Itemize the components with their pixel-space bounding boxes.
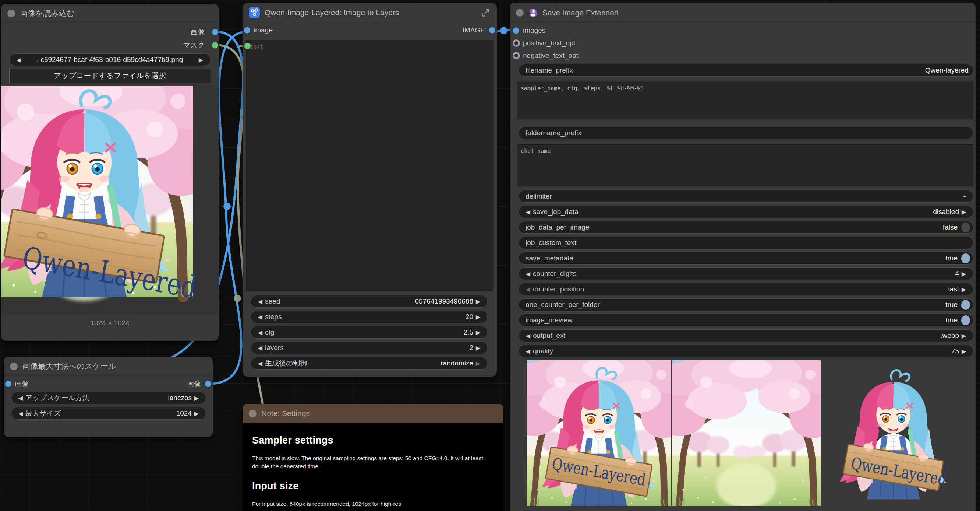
decrement-arrow-icon[interactable] bbox=[523, 270, 533, 278]
node-title: 画像最大寸法へのスケール bbox=[22, 361, 116, 371]
decrement-arrow-icon[interactable] bbox=[255, 345, 265, 351]
prompt-textarea[interactable] bbox=[246, 40, 493, 291]
node-load-image[interactable]: 画像を読み込む 画像 マスク . c5924677-bcaf-4f63-b016… bbox=[1, 4, 219, 341]
negative-text-input-port[interactable] bbox=[512, 52, 520, 59]
node-title: Qwen-Image-Layered: Image to Layers bbox=[265, 8, 399, 17]
widget-label: seed bbox=[265, 297, 280, 305]
preview-composite-image[interactable]: Qwen-Layered bbox=[527, 360, 671, 506]
widget-value: true bbox=[945, 301, 958, 309]
widget-label: save_metadata bbox=[525, 254, 573, 262]
counter-position-widget[interactable]: counter_position last bbox=[519, 283, 974, 295]
image-output-port[interactable] bbox=[205, 381, 211, 387]
max-size-widget[interactable]: 最大サイズ 1024 bbox=[11, 407, 206, 420]
widget-value: 20 bbox=[466, 313, 473, 321]
decrement-arrow-icon[interactable] bbox=[255, 298, 265, 305]
node-editor-canvas[interactable]: 画像を読み込む 画像 マスク . c5924677-bcaf-4f63-b016… bbox=[0, 0, 980, 511]
decrement-arrow-icon[interactable] bbox=[523, 332, 533, 339]
upload-file-button[interactable]: アップロードするファイルを選択 bbox=[9, 69, 210, 83]
wire-midpoint-dot[interactable] bbox=[223, 203, 231, 210]
expand-icon[interactable] bbox=[480, 8, 490, 18]
increment-arrow-icon[interactable] bbox=[473, 298, 483, 305]
job-custom-text-widget[interactable]: job_custom_text bbox=[519, 236, 974, 249]
node-qwen-image-layered[interactable]: Qwen-Image-Layered: Image to Layers imag… bbox=[242, 3, 497, 377]
input-label: 画像 bbox=[15, 379, 29, 389]
node-scale-to-max[interactable]: 画像最大寸法へのスケール 画像 画像 アップスケール方法 lanczos 最大サ… bbox=[4, 357, 213, 437]
increment-arrow-icon[interactable] bbox=[473, 345, 483, 351]
node-note-settings[interactable]: Note: Settings Sampler settings This mod… bbox=[242, 404, 503, 511]
mask-output-port[interactable] bbox=[212, 42, 218, 49]
decrement-arrow-icon[interactable] bbox=[16, 410, 25, 417]
image-input-port[interactable] bbox=[5, 381, 11, 387]
node-load-image-header[interactable]: 画像を読み込む bbox=[1, 4, 219, 23]
loaded-image-preview[interactable]: Qwen-Layered bbox=[1, 86, 219, 315]
toggle-knob[interactable] bbox=[961, 222, 970, 233]
upscale-method-widget[interactable]: アップスケール方法 lanczos bbox=[11, 392, 206, 404]
node-scale-header[interactable]: 画像最大寸法へのスケール bbox=[4, 357, 213, 376]
preview-foreground-layer[interactable]: Qwen-Layered bbox=[830, 360, 967, 506]
cfg-widget[interactable]: cfg 2.5 bbox=[251, 326, 488, 339]
node-note-header[interactable]: Note: Settings bbox=[242, 404, 503, 423]
preview-background-layer[interactable] bbox=[672, 360, 821, 506]
save-metadata-toggle[interactable]: save_metadata true bbox=[519, 252, 974, 265]
image-output-port[interactable] bbox=[212, 29, 218, 35]
increment-arrow-icon[interactable] bbox=[473, 360, 483, 367]
output-label: マスク bbox=[183, 40, 205, 50]
foldername-keys-textarea[interactable]: ckpt_name bbox=[517, 144, 974, 187]
toggle-knob[interactable] bbox=[961, 300, 970, 310]
increment-arrow-icon[interactable] bbox=[192, 394, 201, 402]
combo-value: . c5924677-bcaf-4f63-b016-d59cd4a477b9.p… bbox=[37, 56, 183, 64]
decrement-arrow-icon[interactable] bbox=[255, 360, 265, 367]
toggle-knob[interactable] bbox=[961, 315, 970, 325]
filename-prefix-widget[interactable]: filename_prefix Qwen-layered bbox=[519, 64, 974, 77]
collapse-dot[interactable] bbox=[516, 9, 524, 17]
positive-text-input-port[interactable] bbox=[512, 40, 520, 47]
steps-widget[interactable]: steps 20 bbox=[251, 311, 488, 323]
control-after-generate-widget[interactable]: 生成後の制御 randomize bbox=[251, 357, 488, 369]
image-input-port[interactable] bbox=[244, 27, 250, 34]
node-qwen-header[interactable]: Qwen-Image-Layered: Image to Layers bbox=[242, 3, 497, 22]
decrement-arrow-icon[interactable] bbox=[523, 348, 533, 355]
foldername-prefix-widget[interactable]: foldername_prefix bbox=[519, 127, 974, 139]
quality-widget[interactable]: quality 75 bbox=[519, 345, 974, 358]
increment-arrow-icon[interactable] bbox=[959, 332, 969, 339]
wire-midpoint-dot[interactable] bbox=[234, 295, 241, 302]
decrement-arrow-icon[interactable] bbox=[523, 286, 533, 293]
image-preview-toggle[interactable]: image_preview true bbox=[519, 314, 974, 326]
filename-keys-textarea[interactable]: sampler_name, cfg, steps, %F %H-%M-%S bbox=[517, 82, 974, 119]
collapse-dot[interactable] bbox=[7, 10, 15, 17]
increment-arrow-icon[interactable] bbox=[959, 286, 969, 293]
seed-widget[interactable]: seed 657641993490688 bbox=[251, 295, 488, 308]
save-job-data-widget[interactable]: save_job_data disabled bbox=[519, 206, 974, 218]
toggle-knob[interactable] bbox=[961, 254, 970, 263]
one-counter-per-folder-toggle[interactable]: one_counter_per_folder true bbox=[519, 299, 974, 311]
combo-prev-arrow-icon[interactable] bbox=[14, 56, 24, 63]
combo-next-arrow-icon[interactable] bbox=[196, 56, 206, 63]
increment-arrow-icon[interactable] bbox=[192, 410, 201, 417]
job-data-per-image-toggle[interactable]: job_data_per_image false bbox=[519, 221, 974, 233]
node-save-image-extended[interactable]: Save Image Extended images positive_text… bbox=[510, 3, 975, 511]
increment-arrow-icon[interactable] bbox=[473, 313, 483, 321]
collapse-dot[interactable] bbox=[10, 362, 18, 370]
output-label: 画像 bbox=[187, 379, 201, 389]
decrement-arrow-icon[interactable] bbox=[16, 394, 25, 402]
output-ext-widget[interactable]: output_ext .webp bbox=[519, 329, 974, 342]
widget-label: foldername_prefix bbox=[525, 129, 581, 137]
collapse-dot[interactable] bbox=[249, 410, 256, 417]
increment-arrow-icon[interactable] bbox=[959, 209, 969, 216]
image-output-port[interactable] bbox=[489, 27, 495, 34]
images-input-port[interactable] bbox=[513, 28, 519, 34]
text-input-port[interactable] bbox=[244, 43, 251, 50]
image-file-combo[interactable]: . c5924677-bcaf-4f63-b016-d59cd4a477b9.p… bbox=[9, 53, 210, 66]
note-heading: Input size bbox=[252, 481, 494, 492]
increment-arrow-icon[interactable] bbox=[473, 329, 483, 336]
wire-midpoint-dot[interactable] bbox=[500, 27, 508, 34]
layers-widget[interactable]: layers 2 bbox=[251, 342, 488, 354]
counter-digits-widget[interactable]: counter_digits 4 bbox=[519, 267, 974, 280]
decrement-arrow-icon[interactable] bbox=[255, 313, 265, 321]
delimiter-widget[interactable]: delimiter - bbox=[519, 190, 974, 203]
increment-arrow-icon[interactable] bbox=[959, 348, 969, 355]
increment-arrow-icon[interactable] bbox=[959, 270, 969, 278]
node-save-header[interactable]: Save Image Extended bbox=[510, 3, 975, 23]
decrement-arrow-icon[interactable] bbox=[255, 329, 265, 336]
decrement-arrow-icon[interactable] bbox=[523, 209, 533, 216]
